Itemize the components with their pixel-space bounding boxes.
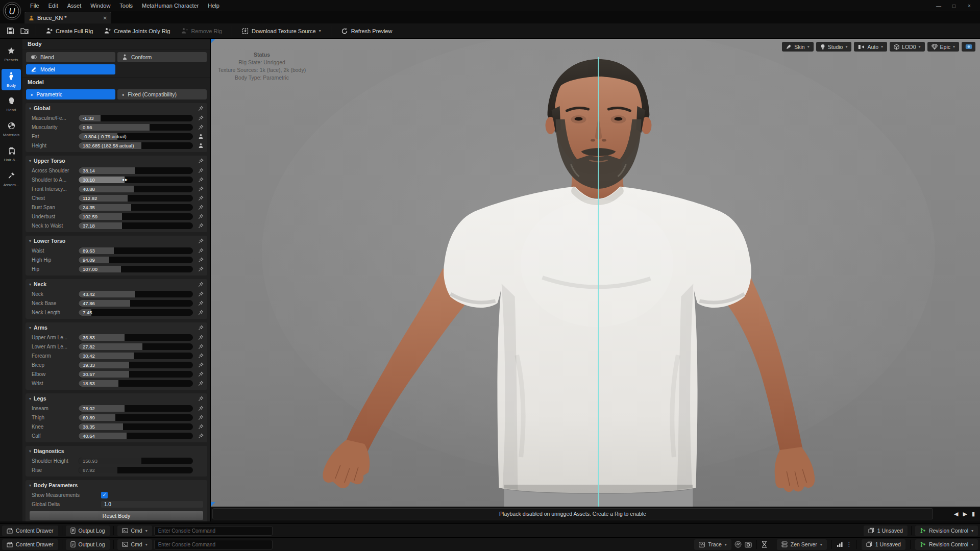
sidebar-item-head[interactable]: Head xyxy=(2,94,21,115)
group-header[interactable]: ▾Arms xyxy=(26,322,207,333)
snapshot-icon[interactable] xyxy=(745,541,752,548)
zen-server-dropdown[interactable]: Zen Server ▾ xyxy=(777,539,827,550)
unsaved-assets-button[interactable]: 1 Unsaved xyxy=(862,539,905,550)
viewport-lod-dropdown[interactable]: LOD0 ▾ xyxy=(890,42,924,52)
viewport-auto-dropdown[interactable]: Auto ▾ xyxy=(854,42,887,52)
menu-edit[interactable]: Edit xyxy=(44,0,63,11)
slider-muscularity[interactable]: 0.56 xyxy=(79,124,193,131)
3d-viewport[interactable]: Status Rig State: Unrigged Texture Sourc… xyxy=(210,39,980,507)
insights-icon[interactable] xyxy=(734,541,742,548)
pin-icon[interactable] xyxy=(198,335,204,340)
pin-icon[interactable] xyxy=(198,223,204,229)
hourglass-icon[interactable] xyxy=(762,541,767,548)
group-header[interactable]: ▾Diagnostics xyxy=(26,446,207,456)
slider-masculine-fe[interactable]: -1.33 xyxy=(79,115,193,121)
trace-dropdown[interactable]: Trace ▾ xyxy=(694,539,731,550)
slider-forearm[interactable]: 30.42 xyxy=(79,353,193,359)
slider-wrist[interactable]: 18.53 xyxy=(79,380,193,387)
pin-icon[interactable] xyxy=(198,282,204,287)
more-options-icon[interactable]: ⋮ xyxy=(846,541,852,548)
viewport-quality-dropdown[interactable]: Epic ▾ xyxy=(927,42,959,52)
pin-icon[interactable] xyxy=(198,415,204,420)
slider-rise[interactable]: 87.92 xyxy=(79,467,193,473)
slider-shoulder-to-a[interactable]: 30.10◄► xyxy=(79,177,193,183)
pin-icon[interactable] xyxy=(198,310,204,315)
slider-calf[interactable]: 40.64 xyxy=(79,433,193,439)
slider-underbust[interactable]: 102.59 xyxy=(79,213,193,220)
play-icon[interactable]: ▶ xyxy=(963,511,967,517)
pin-icon[interactable] xyxy=(198,291,204,297)
model-mode-button[interactable]: Model xyxy=(26,64,115,74)
show-measurements-checkbox[interactable]: ✓ xyxy=(101,492,108,498)
pin-icon[interactable] xyxy=(198,362,204,368)
refresh-preview-button[interactable]: Refresh Preview xyxy=(336,26,397,37)
menu-metahuman-character[interactable]: MetaHuman Character xyxy=(137,0,203,11)
pin-icon[interactable] xyxy=(198,186,204,192)
create-joints-only-rig-button[interactable]: Create Joints Only Rig xyxy=(100,26,175,37)
pin-icon[interactable] xyxy=(198,195,204,201)
pin-icon[interactable] xyxy=(198,238,204,244)
slider-knee[interactable]: 38.35 xyxy=(79,423,193,430)
create-full-rig-button[interactable]: Create Full Rig xyxy=(41,26,97,37)
console-command-input[interactable] xyxy=(154,526,273,536)
slider-hip[interactable]: 107.00 xyxy=(79,266,193,272)
sidebar-item-body[interactable]: Body xyxy=(2,69,21,90)
pin-icon[interactable] xyxy=(198,371,204,377)
slider-lower-arm-le[interactable]: 27.82 xyxy=(79,343,193,350)
save-icon[interactable] xyxy=(4,26,16,37)
slider-fat[interactable]: -0.804 (-0.79 actual) xyxy=(79,133,193,140)
slider-high-hip[interactable]: 94.09 xyxy=(79,257,193,263)
maximize-icon[interactable]: □ xyxy=(947,2,961,10)
slider-thigh[interactable]: 60.89 xyxy=(79,414,193,421)
viewport-skin-dropdown[interactable]: Skin ▾ xyxy=(782,42,813,52)
reset-body-button[interactable]: Reset Body xyxy=(30,511,203,520)
revision-control-dropdown[interactable]: Revision Control ▾ xyxy=(915,539,978,550)
pin-icon[interactable] xyxy=(198,325,204,331)
content-drawer-button[interactable]: Content Drawer xyxy=(2,539,58,550)
pin-icon[interactable] xyxy=(198,381,204,386)
menu-window[interactable]: Window xyxy=(86,0,115,11)
cmd-dropdown[interactable]: Cmd ▾ xyxy=(117,539,152,550)
pin-icon[interactable] xyxy=(198,124,204,130)
output-log-button[interactable]: Output Log xyxy=(66,525,110,536)
slider-elbow[interactable]: 30.57 xyxy=(79,371,193,378)
browse-asset-icon[interactable] xyxy=(18,26,31,37)
slider-bicep[interactable]: 39.33 xyxy=(79,362,193,368)
slider-neck[interactable]: 43.42 xyxy=(79,291,193,297)
slider-waist[interactable]: 89.63 xyxy=(79,247,193,254)
slider-height[interactable]: 182.685 (182.58 actual) xyxy=(79,142,193,149)
pin-icon[interactable] xyxy=(198,115,204,121)
slider-neck-base[interactable]: 47.86 xyxy=(79,300,193,307)
slider-inseam[interactable]: 78.02 xyxy=(79,405,193,412)
character-3d-model[interactable] xyxy=(211,39,980,507)
slider-chest[interactable]: 112.92 xyxy=(79,195,193,202)
person-icon[interactable] xyxy=(198,134,204,139)
pin-icon[interactable] xyxy=(198,353,204,359)
cmd-dropdown[interactable]: Cmd ▾ xyxy=(117,525,152,536)
group-header[interactable]: ▾Legs xyxy=(26,393,207,404)
sidebar-item-presets[interactable]: Presets xyxy=(2,44,21,65)
group-header[interactable]: ▾Upper Torso xyxy=(26,156,207,166)
pin-icon[interactable] xyxy=(198,396,204,402)
pin-icon[interactable] xyxy=(198,433,204,439)
download-texture-source-dropdown[interactable]: Download Texture Source ▾ xyxy=(237,26,326,37)
viewport-capture-button[interactable] xyxy=(962,42,975,52)
group-header[interactable]: ▾Lower Torso xyxy=(26,236,207,246)
pin-icon[interactable] xyxy=(198,177,204,183)
close-icon[interactable]: × xyxy=(963,2,976,10)
slider-neck-length[interactable]: 7.45 xyxy=(79,309,193,316)
slider-bust-span[interactable]: 24.35 xyxy=(79,204,193,211)
output-log-button[interactable]: Output Log xyxy=(66,539,110,550)
pin-icon[interactable] xyxy=(198,424,204,430)
skip-back-icon[interactable]: ◀ xyxy=(954,511,958,517)
person-icon[interactable] xyxy=(198,143,204,148)
sidebar-item-materials[interactable]: Materials xyxy=(2,119,21,140)
pin-icon[interactable] xyxy=(198,168,204,173)
minimize-icon[interactable]: — xyxy=(932,2,945,10)
fixed-compatibility-model-button[interactable]: ● Fixed (Compatibility) xyxy=(117,89,207,99)
pin-icon[interactable] xyxy=(198,406,204,411)
revision-control-dropdown[interactable]: Revision Control ▾ xyxy=(915,525,978,536)
pin-icon[interactable] xyxy=(198,266,204,272)
pin-icon[interactable] xyxy=(198,214,204,219)
sidebar-item-hair[interactable]: Hair &... xyxy=(2,144,21,165)
